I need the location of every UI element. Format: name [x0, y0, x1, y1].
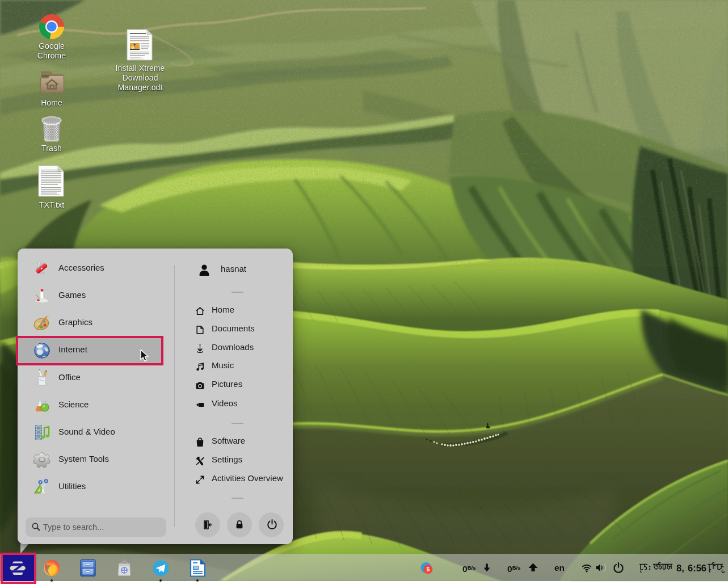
svg-text:6:56: 6:56: [688, 563, 706, 573]
svg-text:8,: 8,: [676, 563, 684, 573]
svg-text:5: 5: [426, 566, 430, 573]
